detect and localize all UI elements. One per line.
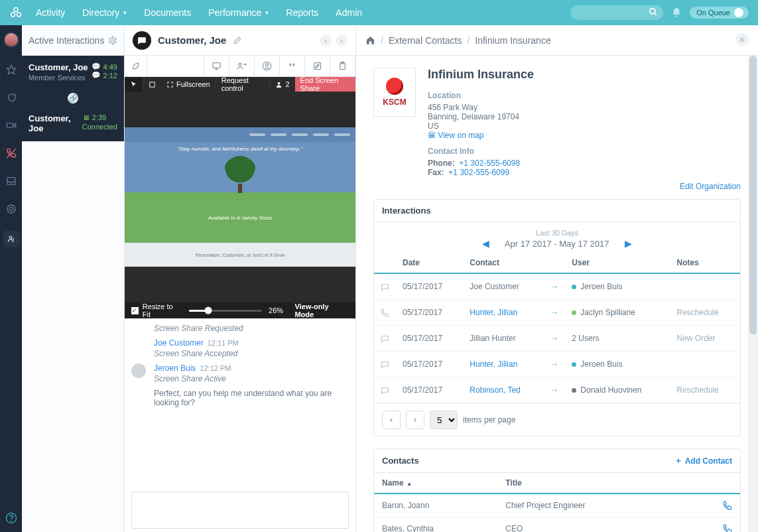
range-prev-icon[interactable]: ◀ bbox=[469, 238, 503, 249]
interactions-col-notes[interactable]: Notes bbox=[670, 253, 740, 273]
interactions-row[interactable]: 05/17/2017Joe Customer→Jeroen Buis bbox=[374, 273, 740, 300]
compose-icon[interactable] bbox=[305, 56, 330, 76]
resize-checkbox[interactable]: ✓ bbox=[131, 307, 139, 314]
range-next-icon[interactable]: ▶ bbox=[611, 238, 645, 249]
top-menu-reports[interactable]: Reports bbox=[286, 7, 318, 18]
end-screenshare-button[interactable]: End Screen Share bbox=[295, 77, 355, 92]
marker-tool-icon[interactable] bbox=[143, 77, 161, 92]
contacts-row[interactable]: Baron, JoannChief Project Engineer bbox=[374, 494, 740, 517]
fullscreen-button[interactable]: Fullscreen bbox=[161, 77, 216, 92]
svg-point-1 bbox=[11, 13, 15, 17]
target-icon[interactable] bbox=[5, 203, 17, 215]
video-icon[interactable] bbox=[5, 119, 17, 131]
svg-point-3 bbox=[650, 9, 655, 14]
row-contact: Joe Customer bbox=[463, 273, 544, 300]
top-menu-directory[interactable]: Directory▾ bbox=[82, 7, 127, 18]
interactions-row[interactable]: 05/17/2017Jillian Hunter→2 UsersNew Orde… bbox=[374, 326, 740, 352]
presence-dot bbox=[572, 388, 576, 393]
call-contact-icon[interactable] bbox=[715, 494, 740, 517]
add-contact-button[interactable]: ＋ Add Contact bbox=[674, 455, 732, 466]
row-contact[interactable]: Hunter, Jillian bbox=[463, 352, 544, 377]
chat-body: Screen Share Active bbox=[154, 374, 349, 383]
top-menu-admin[interactable]: Admin bbox=[336, 7, 362, 18]
chat-bubble-icon[interactable] bbox=[5, 92, 17, 103]
view-mode-label: View-only Mode bbox=[294, 302, 349, 318]
top-menu-performance[interactable]: Performance▾ bbox=[208, 7, 269, 18]
card-status: Connected bbox=[82, 123, 117, 131]
home-icon[interactable] bbox=[365, 35, 375, 45]
chevron-down-icon: ▾ bbox=[123, 9, 127, 16]
breadcrumb-1[interactable]: External Contacts bbox=[389, 35, 462, 46]
screenshare-viewport: "Stay humble, and faithfulness dwell at … bbox=[125, 92, 355, 302]
hero2-text: Available In A Variety Sizes bbox=[208, 215, 272, 221]
interactions-panel-title: Interactions bbox=[382, 206, 431, 216]
interactions-col-user[interactable]: User bbox=[565, 253, 670, 273]
interaction-card[interactable]: Customer, JoeMember Services💬 4:49💬 2:12 bbox=[22, 56, 124, 90]
chat-avatar bbox=[131, 364, 146, 378]
view-on-map-link[interactable]: 🏛 View on map bbox=[428, 131, 484, 140]
phone-off-icon[interactable] bbox=[5, 147, 17, 159]
interaction-card[interactable]: Customer, Joe🖥 2:39Connected bbox=[22, 107, 124, 141]
transfer-icon[interactable] bbox=[229, 56, 255, 76]
svg-line-4 bbox=[655, 13, 657, 15]
interactions-row[interactable]: 05/17/2017Robinson, Ted→Donald HuovinenR… bbox=[374, 377, 740, 403]
contacts-col-title[interactable]: Title bbox=[497, 473, 715, 494]
help-icon[interactable] bbox=[5, 512, 17, 524]
profile-icon[interactable] bbox=[255, 56, 280, 76]
notifications-icon[interactable] bbox=[671, 7, 682, 18]
participants-count: 2 bbox=[285, 80, 289, 88]
request-control-button[interactable]: Request control bbox=[216, 77, 271, 92]
contacts-col-name[interactable]: Name▲ bbox=[374, 473, 497, 494]
resize-label: Resize to Fit bbox=[143, 302, 182, 318]
contact-info-label: Contact Info bbox=[428, 147, 534, 156]
contacts-row[interactable]: Bates, CynthiaCEO bbox=[374, 517, 740, 533]
svg-rect-25 bbox=[150, 82, 155, 86]
call-contact-icon[interactable] bbox=[715, 517, 740, 533]
close-icon[interactable]: ✕ bbox=[735, 33, 749, 46]
on-queue-toggle[interactable]: On Queue bbox=[690, 7, 749, 19]
interactions-row[interactable]: 05/17/2017Hunter, Jillian→Jeroen Buis bbox=[374, 352, 740, 377]
pager-prev-icon[interactable]: ‹ bbox=[382, 411, 401, 429]
pointer-tool-icon[interactable] bbox=[125, 77, 143, 92]
scrollbar[interactable] bbox=[748, 56, 758, 532]
clipboard-icon[interactable] bbox=[330, 56, 355, 76]
interactions-row[interactable]: 05/17/2017Hunter, Jillian→Jaclyn Spillia… bbox=[374, 300, 740, 326]
quote-icon[interactable] bbox=[280, 56, 305, 76]
view-on-map-label: View on map bbox=[438, 131, 483, 140]
phone-link[interactable]: +1 302-555-6098 bbox=[459, 159, 520, 168]
monitor-icon[interactable] bbox=[204, 56, 229, 76]
inbox-icon[interactable] bbox=[5, 175, 17, 187]
pager-next-icon[interactable]: › bbox=[406, 411, 424, 429]
contact-panel: / External Contacts / Infinium Insurance… bbox=[356, 25, 758, 532]
star-icon[interactable] bbox=[5, 64, 17, 76]
row-contact[interactable]: Hunter, Jillian bbox=[463, 300, 544, 326]
top-menu-documents[interactable]: Documents bbox=[144, 7, 191, 18]
chat-input[interactable] bbox=[131, 492, 349, 529]
participants-button[interactable]: 2 bbox=[270, 77, 294, 92]
svg-point-21 bbox=[266, 64, 269, 66]
agent-icon[interactable] bbox=[3, 231, 19, 247]
interactions-col-contact[interactable]: Contact bbox=[463, 253, 544, 273]
svg-point-26 bbox=[278, 82, 281, 84]
gear-icon[interactable] bbox=[108, 36, 117, 45]
top-menu-activity[interactable]: Activity bbox=[36, 7, 65, 18]
prev-conversation-icon[interactable]: ‹ bbox=[320, 34, 332, 46]
next-conversation-icon[interactable]: › bbox=[336, 34, 347, 46]
leaf-icon[interactable] bbox=[125, 56, 147, 76]
edit-icon[interactable] bbox=[233, 36, 242, 45]
interactions-col-date[interactable]: Date bbox=[396, 253, 463, 273]
interactions-header: Active Interactions bbox=[22, 25, 124, 56]
items-per-page-select[interactable]: 5 bbox=[430, 411, 458, 429]
chevron-down-icon: ▾ bbox=[265, 9, 269, 16]
left-rail bbox=[0, 25, 22, 532]
fax-link[interactable]: +1 302-555-6099 bbox=[448, 168, 509, 177]
user-avatar[interactable] bbox=[3, 32, 19, 48]
shared-site-hero-2: Available In A Variety Sizes bbox=[125, 192, 355, 243]
search-icon[interactable] bbox=[649, 7, 658, 17]
row-contact[interactable]: Robinson, Ted bbox=[463, 377, 544, 403]
zoom-slider[interactable] bbox=[189, 310, 262, 312]
org-addr-1: 456 Park Way bbox=[428, 103, 534, 112]
contact-title: Chief Project Engineer bbox=[497, 494, 715, 517]
edit-organization-link[interactable]: Edit Organization bbox=[680, 182, 741, 191]
contacts-panel-title: Contacts bbox=[382, 456, 419, 466]
